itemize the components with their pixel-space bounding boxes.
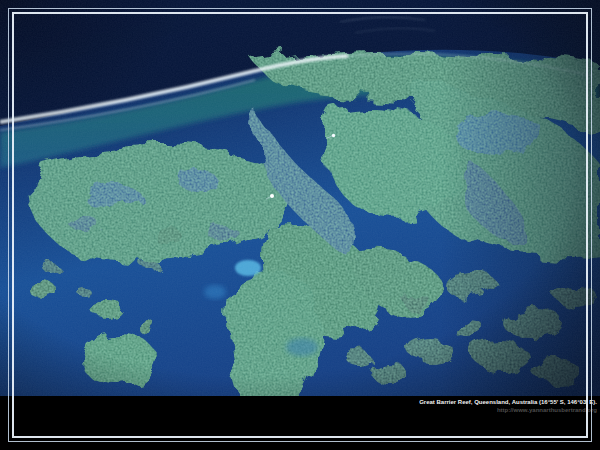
wallpaper: Great Barrier Reef, Queensland, Australi… xyxy=(0,0,600,450)
reef-photo-illustration xyxy=(0,0,600,396)
photo-credit-url: http://www.yannarthusbertrand.org xyxy=(0,406,597,414)
photo-grain xyxy=(0,0,600,396)
caption-bar: Great Barrier Reef, Queensland, Australi… xyxy=(0,396,600,450)
photo-caption-location: Great Barrier Reef, Queensland, Australi… xyxy=(0,398,597,406)
reef-aerial-photo xyxy=(0,0,600,396)
